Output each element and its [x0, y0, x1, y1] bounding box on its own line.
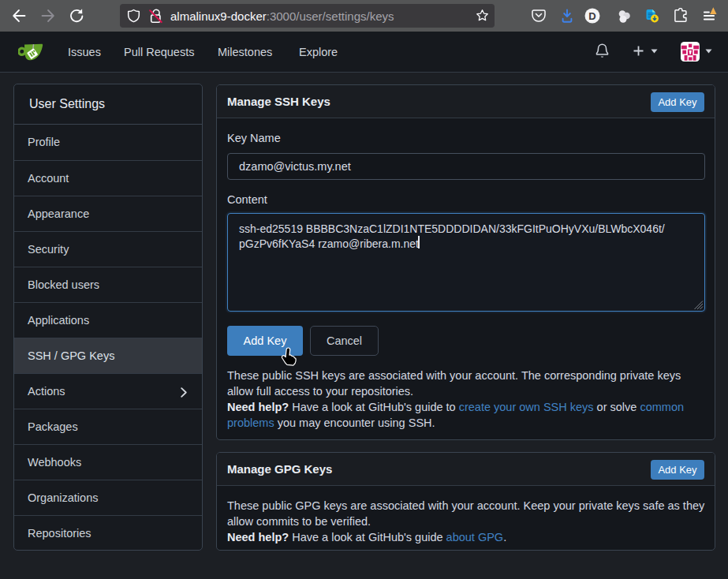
svg-text:D: D — [588, 10, 595, 22]
